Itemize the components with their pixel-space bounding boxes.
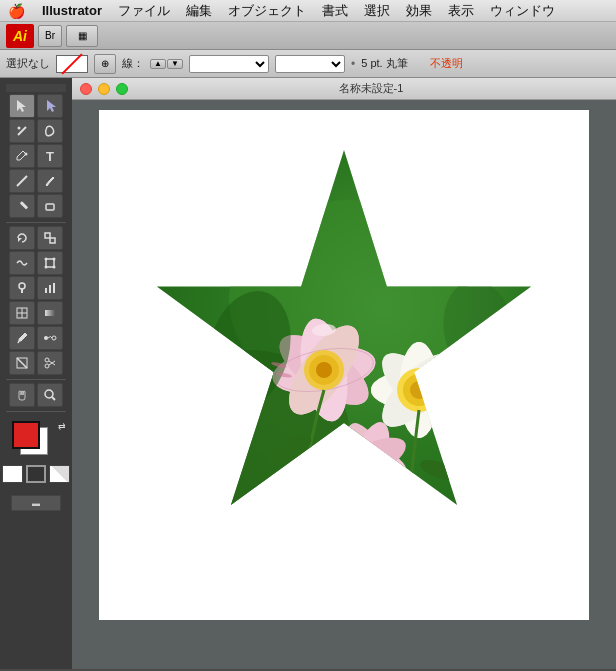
dot-separator: • [351,57,355,71]
slice-tool[interactable] [9,351,35,375]
window-menu[interactable]: ウィンドウ [483,0,562,22]
warp-tool[interactable] [9,251,35,275]
lasso-tool[interactable] [37,119,63,143]
paintbrush-tool[interactable] [37,169,63,193]
eraser-tool[interactable] [37,194,63,218]
flowers-svg [149,150,539,540]
size-label: 5 pt. 丸筆 [361,56,407,71]
tools-divider-3 [6,411,66,412]
document-window: 名称未設定-1 [72,78,616,669]
pen-tool[interactable] [9,144,35,168]
rotate-tool[interactable] [9,226,35,250]
svg-marker-8 [18,238,22,242]
line-tool[interactable] [9,169,35,193]
edit-menu[interactable]: 編集 [179,0,219,22]
object-menu[interactable]: オブジェクト [221,0,313,22]
stroke-color-indicator[interactable] [56,55,88,73]
gradient-tool[interactable] [37,301,63,325]
stroke-up-btn[interactable]: ▲ [150,59,166,69]
mesh-tool[interactable] [9,301,35,325]
tool-group-symbol [2,276,70,300]
symbol-sprayer-tool[interactable] [9,276,35,300]
svg-point-31 [45,364,49,368]
svg-point-16 [19,283,25,289]
hand-tool[interactable] [9,383,35,407]
pencil-tool[interactable] [9,194,35,218]
pattern-mode-btn[interactable] [49,465,70,483]
svg-point-34 [45,390,53,398]
svg-rect-6 [20,201,28,209]
svg-line-5 [17,176,27,186]
bridge-label: Br [45,30,55,41]
mode-buttons [2,465,70,483]
type-menu[interactable]: 書式 [315,0,355,22]
menu-bar: 🍎 Illustrator ファイル 編集 オブジェクト 書式 選択 効果 表示… [0,0,616,22]
select-menu[interactable]: 選択 [357,0,397,22]
workspace-button[interactable]: ▦ [66,25,98,47]
scissors-tool[interactable] [37,351,63,375]
swap-colors-icon[interactable]: ⇄ [58,421,66,431]
tool-group-slice [2,351,70,375]
scale-tool[interactable] [37,226,63,250]
star-clip [149,150,539,540]
maximize-button[interactable] [116,83,128,95]
free-transform-tool[interactable] [37,251,63,275]
normal-mode-btn[interactable] [2,465,23,483]
panel-scroll-indicator [6,84,66,92]
ai-logo: Ai [6,24,34,48]
svg-point-60 [410,381,428,399]
column-graph-tool[interactable] [37,276,63,300]
svg-point-14 [45,266,48,269]
tool-group-pencil [2,194,70,218]
svg-marker-0 [17,100,26,112]
screen-mode-buttons: ▬ [2,495,70,511]
effect-menu[interactable]: 効果 [399,0,439,22]
eyedropper-tool[interactable] [9,326,35,350]
svg-rect-20 [53,283,55,293]
canvas-area: 名称未設定-1 [72,78,616,669]
svg-rect-19 [49,285,51,293]
svg-line-28 [17,358,27,368]
tools-divider-2 [6,379,66,380]
selection-tool[interactable] [9,94,35,118]
options-bar: 選択なし ⊕ 線： ▲ ▼ • 5 pt. 丸筆 不透明 [0,50,616,78]
stroke-style-select[interactable] [275,55,345,73]
blend-tool[interactable] [37,326,63,350]
stroke-line-icon [61,53,82,74]
screen-mode-btn[interactable]: ▬ [11,495,61,511]
svg-point-49 [316,362,332,378]
tool-group-pen: T [2,144,70,168]
stroke-eyedropper[interactable]: ⊕ [94,54,116,74]
type-tool[interactable]: T [37,144,63,168]
svg-point-66 [417,456,460,485]
tool-group-rotate [2,226,70,250]
foreground-color-swatch[interactable] [12,421,40,449]
apple-menu[interactable]: 🍎 [8,3,25,19]
zoom-tool[interactable] [37,383,63,407]
svg-point-27 [52,336,56,340]
tool-group-line [2,169,70,193]
toolbar: Ai Br ▦ [0,22,616,50]
document-canvas[interactable] [99,110,589,620]
mask-mode-btn[interactable] [26,465,47,483]
close-button[interactable] [80,83,92,95]
svg-rect-18 [45,288,47,293]
tool-group-warp [2,251,70,275]
star-shape-container[interactable] [149,150,539,540]
selection-status: 選択なし [6,56,50,71]
minimize-button[interactable] [98,83,110,95]
stroke-down-btn[interactable]: ▼ [167,59,183,69]
workspace-icon: ▦ [78,30,87,41]
view-menu[interactable]: 表示 [441,0,481,22]
app-menu[interactable]: Illustrator [35,1,109,20]
tools-panel: T [0,78,72,669]
tools-divider-1 [6,222,66,223]
svg-point-63 [340,417,397,503]
direct-selection-tool[interactable] [37,94,63,118]
stroke-type-select[interactable] [189,55,269,73]
magic-wand-tool[interactable] [9,119,35,143]
svg-line-35 [52,397,55,400]
eyedropper-icon: ⊕ [101,58,109,69]
file-menu[interactable]: ファイル [111,0,177,22]
bridge-button[interactable]: Br [38,25,62,47]
